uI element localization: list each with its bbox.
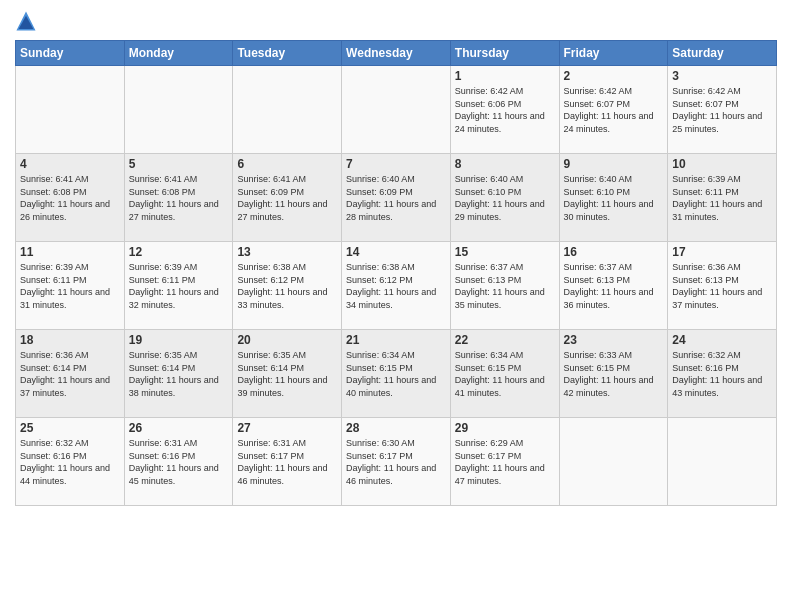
day-number: 6 [237, 157, 337, 171]
page: SundayMondayTuesdayWednesdayThursdayFrid… [0, 0, 792, 612]
calendar-cell [124, 66, 233, 154]
calendar-cell: 27Sunrise: 6:31 AM Sunset: 6:17 PM Dayli… [233, 418, 342, 506]
day-info: Sunrise: 6:32 AM Sunset: 6:16 PM Dayligh… [672, 349, 772, 399]
calendar-cell: 7Sunrise: 6:40 AM Sunset: 6:09 PM Daylig… [342, 154, 451, 242]
day-info: Sunrise: 6:34 AM Sunset: 6:15 PM Dayligh… [346, 349, 446, 399]
calendar-cell: 16Sunrise: 6:37 AM Sunset: 6:13 PM Dayli… [559, 242, 668, 330]
calendar-cell: 2Sunrise: 6:42 AM Sunset: 6:07 PM Daylig… [559, 66, 668, 154]
calendar-week-3: 18Sunrise: 6:36 AM Sunset: 6:14 PM Dayli… [16, 330, 777, 418]
day-info: Sunrise: 6:40 AM Sunset: 6:09 PM Dayligh… [346, 173, 446, 223]
day-info: Sunrise: 6:32 AM Sunset: 6:16 PM Dayligh… [20, 437, 120, 487]
day-info: Sunrise: 6:42 AM Sunset: 6:07 PM Dayligh… [672, 85, 772, 135]
day-info: Sunrise: 6:29 AM Sunset: 6:17 PM Dayligh… [455, 437, 555, 487]
day-header-tuesday: Tuesday [233, 41, 342, 66]
day-number: 4 [20, 157, 120, 171]
calendar-cell [559, 418, 668, 506]
calendar-cell [233, 66, 342, 154]
calendar-cell: 21Sunrise: 6:34 AM Sunset: 6:15 PM Dayli… [342, 330, 451, 418]
day-number: 15 [455, 245, 555, 259]
day-info: Sunrise: 6:40 AM Sunset: 6:10 PM Dayligh… [564, 173, 664, 223]
day-header-wednesday: Wednesday [342, 41, 451, 66]
day-info: Sunrise: 6:30 AM Sunset: 6:17 PM Dayligh… [346, 437, 446, 487]
day-number: 3 [672, 69, 772, 83]
day-info: Sunrise: 6:42 AM Sunset: 6:06 PM Dayligh… [455, 85, 555, 135]
day-header-friday: Friday [559, 41, 668, 66]
day-number: 16 [564, 245, 664, 259]
day-number: 11 [20, 245, 120, 259]
day-info: Sunrise: 6:39 AM Sunset: 6:11 PM Dayligh… [129, 261, 229, 311]
day-number: 27 [237, 421, 337, 435]
day-info: Sunrise: 6:41 AM Sunset: 6:09 PM Dayligh… [237, 173, 337, 223]
day-header-monday: Monday [124, 41, 233, 66]
day-header-sunday: Sunday [16, 41, 125, 66]
calendar-cell: 24Sunrise: 6:32 AM Sunset: 6:16 PM Dayli… [668, 330, 777, 418]
calendar-week-4: 25Sunrise: 6:32 AM Sunset: 6:16 PM Dayli… [16, 418, 777, 506]
day-number: 13 [237, 245, 337, 259]
calendar-cell: 19Sunrise: 6:35 AM Sunset: 6:14 PM Dayli… [124, 330, 233, 418]
calendar-cell: 29Sunrise: 6:29 AM Sunset: 6:17 PM Dayli… [450, 418, 559, 506]
calendar-cell: 8Sunrise: 6:40 AM Sunset: 6:10 PM Daylig… [450, 154, 559, 242]
day-number: 14 [346, 245, 446, 259]
calendar-week-1: 4Sunrise: 6:41 AM Sunset: 6:08 PM Daylig… [16, 154, 777, 242]
calendar-cell: 18Sunrise: 6:36 AM Sunset: 6:14 PM Dayli… [16, 330, 125, 418]
day-info: Sunrise: 6:40 AM Sunset: 6:10 PM Dayligh… [455, 173, 555, 223]
day-number: 19 [129, 333, 229, 347]
calendar-cell: 17Sunrise: 6:36 AM Sunset: 6:13 PM Dayli… [668, 242, 777, 330]
calendar-cell: 25Sunrise: 6:32 AM Sunset: 6:16 PM Dayli… [16, 418, 125, 506]
header [15, 10, 777, 32]
day-header-thursday: Thursday [450, 41, 559, 66]
calendar-cell: 20Sunrise: 6:35 AM Sunset: 6:14 PM Dayli… [233, 330, 342, 418]
day-info: Sunrise: 6:35 AM Sunset: 6:14 PM Dayligh… [237, 349, 337, 399]
day-info: Sunrise: 6:39 AM Sunset: 6:11 PM Dayligh… [20, 261, 120, 311]
day-info: Sunrise: 6:31 AM Sunset: 6:16 PM Dayligh… [129, 437, 229, 487]
calendar-week-0: 1Sunrise: 6:42 AM Sunset: 6:06 PM Daylig… [16, 66, 777, 154]
calendar-cell: 12Sunrise: 6:39 AM Sunset: 6:11 PM Dayli… [124, 242, 233, 330]
calendar-cell [668, 418, 777, 506]
day-number: 9 [564, 157, 664, 171]
day-info: Sunrise: 6:35 AM Sunset: 6:14 PM Dayligh… [129, 349, 229, 399]
day-info: Sunrise: 6:33 AM Sunset: 6:15 PM Dayligh… [564, 349, 664, 399]
calendar-cell [16, 66, 125, 154]
calendar-cell: 26Sunrise: 6:31 AM Sunset: 6:16 PM Dayli… [124, 418, 233, 506]
day-number: 1 [455, 69, 555, 83]
calendar-cell: 1Sunrise: 6:42 AM Sunset: 6:06 PM Daylig… [450, 66, 559, 154]
calendar-cell: 5Sunrise: 6:41 AM Sunset: 6:08 PM Daylig… [124, 154, 233, 242]
day-number: 18 [20, 333, 120, 347]
day-info: Sunrise: 6:36 AM Sunset: 6:14 PM Dayligh… [20, 349, 120, 399]
day-number: 10 [672, 157, 772, 171]
day-number: 5 [129, 157, 229, 171]
logo [15, 10, 41, 32]
day-info: Sunrise: 6:38 AM Sunset: 6:12 PM Dayligh… [237, 261, 337, 311]
day-number: 24 [672, 333, 772, 347]
day-info: Sunrise: 6:42 AM Sunset: 6:07 PM Dayligh… [564, 85, 664, 135]
day-info: Sunrise: 6:37 AM Sunset: 6:13 PM Dayligh… [455, 261, 555, 311]
calendar-cell: 14Sunrise: 6:38 AM Sunset: 6:12 PM Dayli… [342, 242, 451, 330]
calendar-cell: 3Sunrise: 6:42 AM Sunset: 6:07 PM Daylig… [668, 66, 777, 154]
calendar-cell: 6Sunrise: 6:41 AM Sunset: 6:09 PM Daylig… [233, 154, 342, 242]
day-info: Sunrise: 6:37 AM Sunset: 6:13 PM Dayligh… [564, 261, 664, 311]
day-info: Sunrise: 6:41 AM Sunset: 6:08 PM Dayligh… [129, 173, 229, 223]
day-number: 25 [20, 421, 120, 435]
calendar-cell: 22Sunrise: 6:34 AM Sunset: 6:15 PM Dayli… [450, 330, 559, 418]
day-number: 20 [237, 333, 337, 347]
day-info: Sunrise: 6:38 AM Sunset: 6:12 PM Dayligh… [346, 261, 446, 311]
day-info: Sunrise: 6:39 AM Sunset: 6:11 PM Dayligh… [672, 173, 772, 223]
day-info: Sunrise: 6:36 AM Sunset: 6:13 PM Dayligh… [672, 261, 772, 311]
calendar-header: SundayMondayTuesdayWednesdayThursdayFrid… [16, 41, 777, 66]
day-number: 23 [564, 333, 664, 347]
calendar-cell: 10Sunrise: 6:39 AM Sunset: 6:11 PM Dayli… [668, 154, 777, 242]
calendar-body: 1Sunrise: 6:42 AM Sunset: 6:06 PM Daylig… [16, 66, 777, 506]
calendar-cell: 28Sunrise: 6:30 AM Sunset: 6:17 PM Dayli… [342, 418, 451, 506]
day-info: Sunrise: 6:41 AM Sunset: 6:08 PM Dayligh… [20, 173, 120, 223]
days-header-row: SundayMondayTuesdayWednesdayThursdayFrid… [16, 41, 777, 66]
day-header-saturday: Saturday [668, 41, 777, 66]
day-number: 22 [455, 333, 555, 347]
day-number: 26 [129, 421, 229, 435]
day-number: 8 [455, 157, 555, 171]
day-number: 29 [455, 421, 555, 435]
calendar-cell: 15Sunrise: 6:37 AM Sunset: 6:13 PM Dayli… [450, 242, 559, 330]
day-info: Sunrise: 6:34 AM Sunset: 6:15 PM Dayligh… [455, 349, 555, 399]
day-number: 21 [346, 333, 446, 347]
calendar: SundayMondayTuesdayWednesdayThursdayFrid… [15, 40, 777, 506]
calendar-cell: 13Sunrise: 6:38 AM Sunset: 6:12 PM Dayli… [233, 242, 342, 330]
